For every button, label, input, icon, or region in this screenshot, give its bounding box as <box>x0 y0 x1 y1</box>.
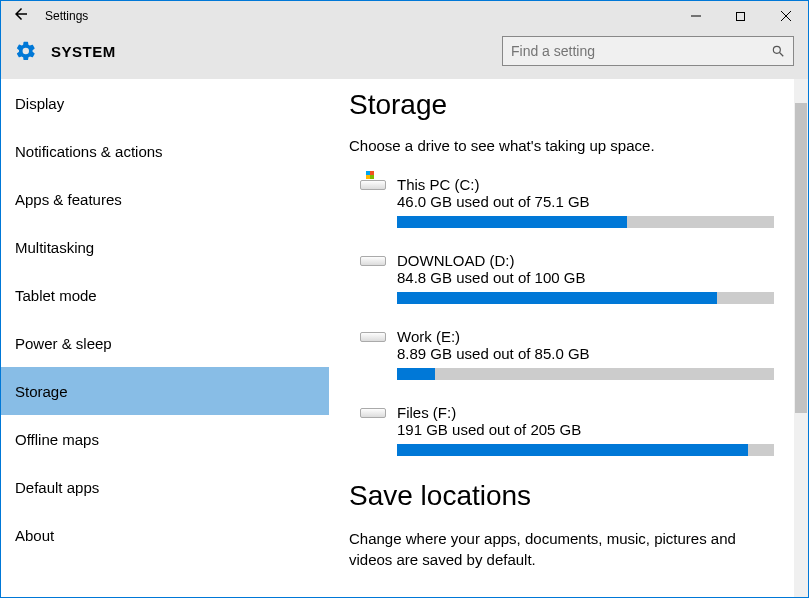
drive-name: Work (E:) <box>397 328 774 345</box>
svg-line-4 <box>780 53 784 57</box>
sidebar-item-label: Offline maps <box>15 431 99 448</box>
settings-window: Settings SYSTEM DisplayNotifications & a… <box>0 0 809 598</box>
titlebar: Settings <box>1 1 808 31</box>
drive-list: This PC (C:)46.0 GB used out of 75.1 GBD… <box>349 176 794 456</box>
close-icon <box>781 11 791 21</box>
drive-usage-bar <box>397 216 774 228</box>
sidebar-item-label: Apps & features <box>15 191 122 208</box>
drive-icon <box>349 404 397 456</box>
content-wrap: Storage Choose a drive to see what's tak… <box>329 79 808 597</box>
sidebar: DisplayNotifications & actionsApps & fea… <box>1 79 329 597</box>
drive-item[interactable]: This PC (C:)46.0 GB used out of 75.1 GB <box>349 176 794 228</box>
scrollbar[interactable] <box>794 79 808 597</box>
close-button[interactable] <box>763 1 808 31</box>
sidebar-item-default-apps[interactable]: Default apps <box>1 463 329 511</box>
search-input[interactable] <box>511 43 771 59</box>
sidebar-item-label: Tablet mode <box>15 287 97 304</box>
sidebar-item-notifications-actions[interactable]: Notifications & actions <box>1 127 329 175</box>
drive-usage-bar <box>397 368 774 380</box>
storage-description: Choose a drive to see what's taking up s… <box>349 137 794 154</box>
drive-item[interactable]: Work (E:)8.89 GB used out of 85.0 GB <box>349 328 794 380</box>
save-locations-description: Change where your apps, documents, music… <box>349 528 794 570</box>
drive-usage-text: 84.8 GB used out of 100 GB <box>397 269 774 286</box>
drive-usage-text: 8.89 GB used out of 85.0 GB <box>397 345 774 362</box>
drive-icon <box>349 328 397 380</box>
drive-usage-fill <box>397 368 435 380</box>
sidebar-item-label: About <box>15 527 54 544</box>
save-locations-heading: Save locations <box>349 480 794 512</box>
back-button[interactable] <box>1 5 41 27</box>
drive-info: Files (F:)191 GB used out of 205 GB <box>397 404 774 456</box>
sidebar-item-display[interactable]: Display <box>1 79 329 127</box>
sidebar-item-power-sleep[interactable]: Power & sleep <box>1 319 329 367</box>
scrollbar-thumb[interactable] <box>795 103 807 413</box>
drive-info: Work (E:)8.89 GB used out of 85.0 GB <box>397 328 774 380</box>
maximize-button[interactable] <box>718 1 763 31</box>
hard-drive-icon <box>360 408 386 418</box>
drive-info: This PC (C:)46.0 GB used out of 75.1 GB <box>397 176 774 228</box>
header: SYSTEM <box>1 31 808 79</box>
svg-point-3 <box>773 46 780 53</box>
drive-usage-fill <box>397 292 717 304</box>
window-controls <box>673 1 808 31</box>
sidebar-item-label: Notifications & actions <box>15 143 163 160</box>
gear-icon <box>15 40 37 62</box>
search-box[interactable] <box>502 36 794 66</box>
drive-usage-text: 46.0 GB used out of 75.1 GB <box>397 193 774 210</box>
arrow-left-icon <box>12 5 30 23</box>
drive-usage-fill <box>397 444 748 456</box>
window-title: Settings <box>41 9 673 23</box>
sidebar-item-storage[interactable]: Storage <box>1 367 329 415</box>
drive-name: This PC (C:) <box>397 176 774 193</box>
sidebar-item-apps-features[interactable]: Apps & features <box>1 175 329 223</box>
header-title: SYSTEM <box>51 43 116 60</box>
drive-item[interactable]: Files (F:)191 GB used out of 205 GB <box>349 404 794 456</box>
sidebar-item-label: Power & sleep <box>15 335 112 352</box>
sidebar-item-multitasking[interactable]: Multitasking <box>1 223 329 271</box>
windows-drive-icon <box>360 180 386 190</box>
drive-icon <box>349 252 397 304</box>
drive-info: DOWNLOAD (D:)84.8 GB used out of 100 GB <box>397 252 774 304</box>
sidebar-item-label: Storage <box>15 383 68 400</box>
drive-name: Files (F:) <box>397 404 774 421</box>
sidebar-item-label: Default apps <box>15 479 99 496</box>
drive-usage-bar <box>397 444 774 456</box>
content: Storage Choose a drive to see what's tak… <box>329 79 794 597</box>
search-icon <box>771 44 785 58</box>
sidebar-item-label: Display <box>15 95 64 112</box>
drive-usage-bar <box>397 292 774 304</box>
hard-drive-icon <box>360 332 386 342</box>
minimize-button[interactable] <box>673 1 718 31</box>
sidebar-item-tablet-mode[interactable]: Tablet mode <box>1 271 329 319</box>
minimize-icon <box>691 11 701 21</box>
sidebar-item-about[interactable]: About <box>1 511 329 559</box>
drive-icon <box>349 176 397 228</box>
sidebar-item-label: Multitasking <box>15 239 94 256</box>
body: DisplayNotifications & actionsApps & fea… <box>1 79 808 597</box>
drive-name: DOWNLOAD (D:) <box>397 252 774 269</box>
sidebar-item-offline-maps[interactable]: Offline maps <box>1 415 329 463</box>
drive-usage-text: 191 GB used out of 205 GB <box>397 421 774 438</box>
drive-item[interactable]: DOWNLOAD (D:)84.8 GB used out of 100 GB <box>349 252 794 304</box>
maximize-icon <box>736 12 745 21</box>
hard-drive-icon <box>360 256 386 266</box>
storage-heading: Storage <box>349 89 794 121</box>
drive-usage-fill <box>397 216 627 228</box>
